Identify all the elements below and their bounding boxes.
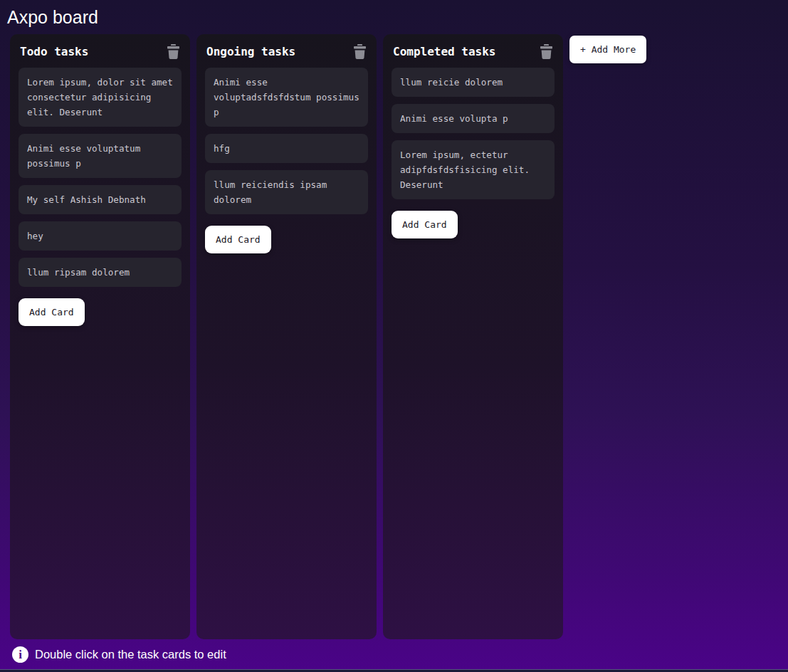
column-header: Completed tasks [392,43,555,59]
task-card[interactable]: Animi esse voluptatum possimus p [19,134,182,178]
add-more-column-button[interactable]: + Add More [569,36,646,63]
trash-icon [540,51,553,61]
footer-hint-bar: i Double click on the task cards to edit [10,646,778,663]
task-card[interactable]: Animi esse volupta p [392,104,555,133]
trash-icon [353,51,367,61]
footer-hint-text: Double click on the task cards to edit [35,648,226,661]
card-list: llum reicie dolorem Animi esse volupta p… [392,68,555,199]
column-title: Ongoing tasks [206,45,295,58]
delete-column-button[interactable] [167,44,180,59]
add-card-button[interactable]: Add Card [19,298,85,326]
column-completed-tasks: Completed tasks llum reicie dolorem Anim… [383,34,563,639]
delete-column-button[interactable] [540,44,553,59]
card-list: Animi esse voluptadsfdsfdstum possimus p… [205,68,368,214]
column-header: Todo tasks [19,43,182,59]
task-card[interactable]: llum reiciendis ipsam dolorem [205,170,368,214]
task-card[interactable]: hfg [205,134,368,163]
bottom-edge-strip [0,669,788,672]
column-todo-tasks: Todo tasks Lorem ipsum, dolor sit amet c… [10,34,190,639]
column-header: Ongoing tasks [205,43,368,59]
column-ongoing-tasks: Ongoing tasks Animi esse voluptadsfdsfds… [196,34,377,639]
add-card-button[interactable]: Add Card [392,211,458,238]
task-card[interactable]: Lorem ipsum, dolor sit amet consectetur … [19,68,182,127]
column-title: Completed tasks [393,45,496,58]
task-card[interactable]: My self Ashish Debnath [19,185,182,214]
trash-icon [167,51,180,61]
task-card[interactable]: Lorem ipsum, ectetur adipfdsfdsfisicing … [392,140,555,199]
app-title: Axpo board [7,7,778,28]
task-card[interactable]: llum ripsam dolorem [19,258,182,287]
app-background: Axpo board Todo tasks Lorem ipsum, dolor… [0,0,788,669]
add-card-button[interactable]: Add Card [205,226,271,253]
task-card[interactable]: llum reicie dolorem [392,68,555,97]
delete-column-button[interactable] [353,44,367,59]
column-title: Todo tasks [20,45,88,58]
card-list: Lorem ipsum, dolor sit amet consectetur … [19,68,182,287]
task-card[interactable]: hey [19,221,182,251]
task-card[interactable]: Animi esse voluptadsfdsfdstum possimus p [205,68,368,127]
info-icon: i [12,646,28,663]
kanban-board: Todo tasks Lorem ipsum, dolor sit amet c… [10,34,778,639]
